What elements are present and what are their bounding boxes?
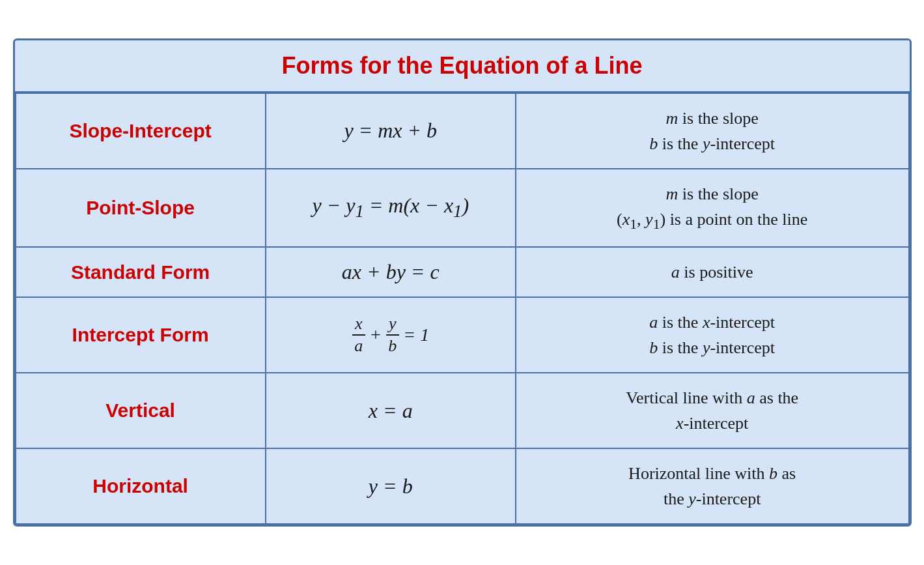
- table-row: Horizontal y = b Horizontal line with b …: [16, 448, 909, 524]
- row-desc-slope-intercept: m is the slopeb is the y-intercept: [516, 93, 909, 169]
- fraction-y-b: y b: [385, 315, 399, 356]
- row-name-slope-intercept: Slope-Intercept: [16, 93, 266, 169]
- row-name-point-slope: Point-Slope: [16, 169, 266, 248]
- row-formula-slope-intercept: y = mx + b: [266, 93, 516, 169]
- row-desc-point-slope: m is the slope(x1, y1) is a point on the…: [516, 169, 909, 248]
- row-formula-vertical: x = a: [266, 373, 516, 448]
- table-title: Forms for the Equation of a Line: [15, 40, 910, 93]
- table-row: Slope-Intercept y = mx + b m is the slop…: [16, 93, 909, 169]
- row-name-standard: Standard Form: [16, 247, 266, 297]
- row-desc-vertical: Vertical line with a as thex-intercept: [516, 373, 909, 448]
- row-name-horizontal: Horizontal: [16, 448, 266, 524]
- row-formula-horizontal: y = b: [266, 448, 516, 524]
- row-desc-standard: a is positive: [516, 247, 909, 297]
- fraction-x-a: x a: [352, 315, 365, 356]
- row-name-intercept: Intercept Form: [16, 297, 266, 373]
- row-formula-intercept: x a + y b = 1: [266, 297, 516, 373]
- table-row: Vertical x = a Vertical line with a as t…: [16, 373, 909, 448]
- row-name-vertical: Vertical: [16, 373, 266, 448]
- table-row: Point-Slope y − y1 = m(x − x1) m is the …: [16, 169, 909, 248]
- row-formula-standard: ax + by = c: [266, 247, 516, 297]
- row-formula-point-slope: y − y1 = m(x − x1): [266, 169, 516, 248]
- row-desc-intercept: a is the x-interceptb is the y-intercept: [516, 297, 909, 373]
- table-row: Intercept Form x a + y b = 1: [16, 297, 909, 373]
- equations-table: Slope-Intercept y = mx + b m is the slop…: [15, 93, 910, 525]
- main-table-wrapper: Forms for the Equation of a Line Slope-I…: [13, 38, 912, 527]
- table-row: Standard Form ax + by = c a is positive: [16, 247, 909, 297]
- row-desc-horizontal: Horizontal line with b asthe y-intercept: [516, 448, 909, 524]
